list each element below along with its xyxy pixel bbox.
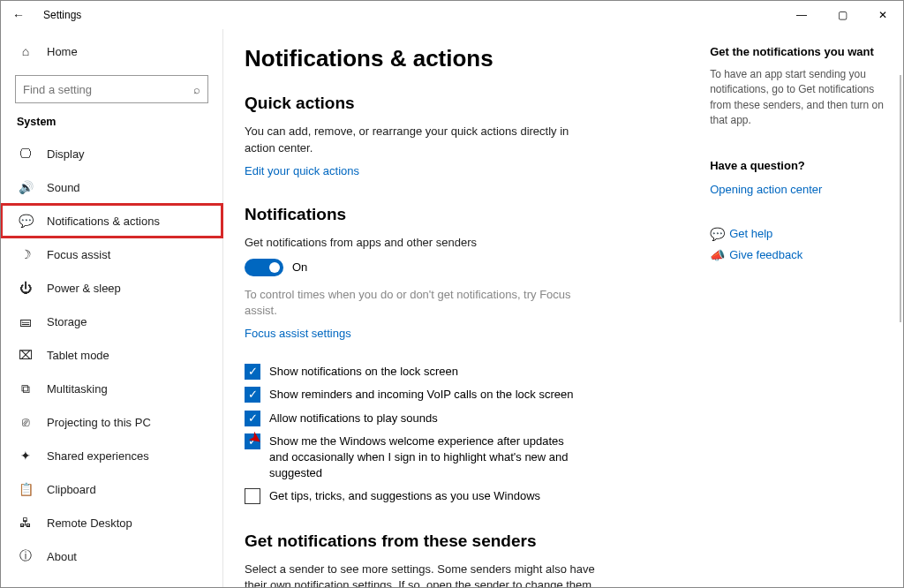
sidebar-item-tablet[interactable]: ⌧Tablet mode bbox=[1, 338, 222, 372]
close-button[interactable]: ✕ bbox=[863, 1, 903, 29]
sidebar-item-power[interactable]: ⏻Power & sleep bbox=[1, 271, 222, 305]
check-sounds[interactable]: ✓ bbox=[245, 411, 260, 426]
give-feedback-link[interactable]: Give feedback bbox=[729, 248, 802, 261]
sidebar-item-multitasking[interactable]: ⧉Multitasking bbox=[1, 372, 222, 405]
multitask-icon: ⧉ bbox=[17, 381, 34, 396]
shared-icon: ✦ bbox=[17, 449, 34, 463]
notifications-toggle[interactable] bbox=[245, 259, 283, 276]
sidebar-item-sound[interactable]: 🔊Sound bbox=[1, 170, 222, 204]
about-icon: ⓘ bbox=[17, 548, 34, 564]
notifications-heading: Notifications bbox=[245, 205, 685, 224]
back-button[interactable]: ← bbox=[8, 8, 29, 22]
check-lockscreen[interactable]: ✓ bbox=[245, 364, 260, 380]
edit-quick-actions-link[interactable]: Edit your quick actions bbox=[245, 164, 359, 177]
notifications-desc: Get notifications from apps and other se… bbox=[245, 235, 598, 252]
check-voip[interactable]: ✓ bbox=[245, 387, 260, 403]
opening-action-center-link[interactable]: Opening action center bbox=[710, 183, 822, 196]
storage-icon: 🖴 bbox=[17, 314, 34, 328]
focus-desc: To control times when you do or don't ge… bbox=[245, 287, 598, 320]
tablet-icon: ⌧ bbox=[17, 348, 34, 362]
home-nav[interactable]: ⌂ Home bbox=[1, 34, 222, 68]
search-box[interactable]: ⌕ bbox=[15, 75, 208, 103]
window-title: Settings bbox=[43, 9, 81, 21]
senders-desc: Select a sender to see more settings. So… bbox=[245, 562, 598, 587]
clipboard-icon: 📋 bbox=[17, 482, 34, 496]
sidebar-item-focus-assist[interactable]: ☽Focus assist bbox=[1, 237, 222, 271]
sidebar-item-clipboard[interactable]: 📋Clipboard bbox=[1, 472, 222, 506]
remote-icon: 🖧 bbox=[17, 516, 34, 530]
sidebar-item-display[interactable]: 🖵Display bbox=[1, 137, 222, 170]
help-icon: 💬 bbox=[710, 227, 729, 241]
feedback-icon: 📣 bbox=[710, 248, 729, 262]
sidebar: ⌂ Home ⌕ System 🖵Display 🔊Sound 💬Notific… bbox=[1, 29, 223, 587]
minimize-button[interactable]: — bbox=[781, 1, 822, 29]
sidebar-item-storage[interactable]: 🖴Storage bbox=[1, 305, 222, 338]
sidebar-item-projecting[interactable]: ⎚Projecting to this PC bbox=[1, 405, 222, 439]
check-welcome[interactable]: ✓ bbox=[245, 433, 260, 449]
maximize-button[interactable]: ▢ bbox=[822, 1, 863, 29]
senders-heading: Get notifications from these senders bbox=[245, 531, 685, 551]
quick-actions-heading: Quick actions bbox=[245, 94, 685, 113]
home-icon: ⌂ bbox=[17, 44, 34, 58]
sidebar-item-shared[interactable]: ✦Shared experiences bbox=[1, 439, 222, 472]
focus-icon: ☽ bbox=[17, 247, 34, 261]
power-icon: ⏻ bbox=[17, 281, 34, 295]
sidebar-item-notifications[interactable]: 💬Notifications & actions bbox=[1, 204, 222, 237]
sidebar-item-about[interactable]: ⓘAbout bbox=[1, 539, 222, 573]
notifications-toggle-label: On bbox=[292, 260, 307, 274]
tips-text: To have an app start sending you notific… bbox=[710, 67, 887, 129]
question-heading: Have a question? bbox=[710, 159, 887, 172]
focus-assist-link[interactable]: Focus assist settings bbox=[245, 327, 351, 340]
tips-heading: Get the notifications you want bbox=[710, 45, 887, 58]
project-icon: ⎚ bbox=[17, 415, 34, 429]
search-input[interactable] bbox=[23, 83, 193, 96]
notifications-icon: 💬 bbox=[17, 214, 34, 228]
category-heading: System bbox=[1, 116, 222, 137]
home-label: Home bbox=[47, 45, 78, 58]
sound-icon: 🔊 bbox=[17, 180, 34, 194]
main-area: Notifications & actions Quick actions Yo… bbox=[223, 29, 903, 587]
search-icon: ⌕ bbox=[193, 83, 200, 96]
check-tips[interactable] bbox=[245, 488, 260, 504]
page-title: Notifications & actions bbox=[245, 45, 685, 72]
sidebar-item-remote[interactable]: 🖧Remote Desktop bbox=[1, 506, 222, 539]
display-icon: 🖵 bbox=[17, 147, 34, 161]
quick-actions-desc: You can add, remove, or rearrange your q… bbox=[245, 124, 598, 157]
scrollbar[interactable] bbox=[900, 75, 901, 322]
aside-pane: Get the notifications you want To have a… bbox=[706, 29, 903, 587]
get-help-link[interactable]: Get help bbox=[729, 227, 772, 240]
